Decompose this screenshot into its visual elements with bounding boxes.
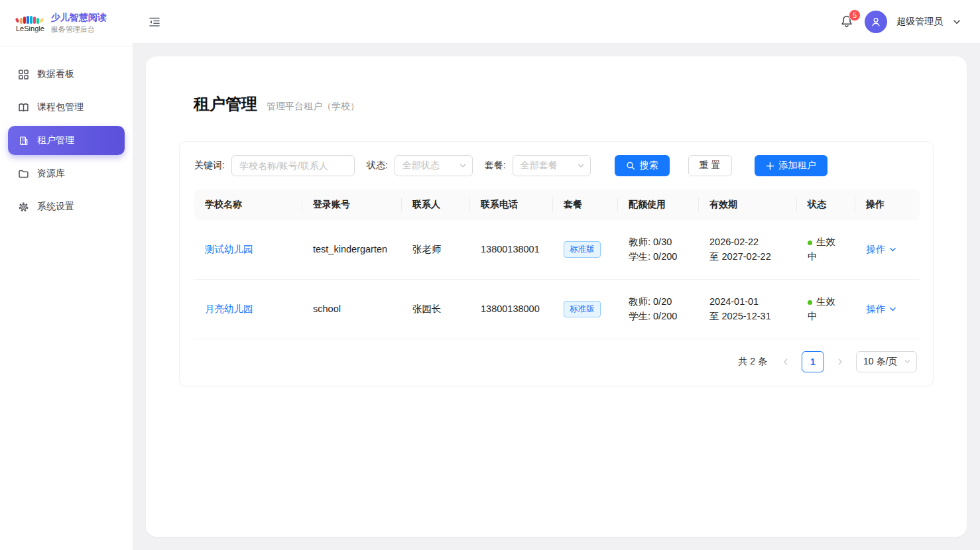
- table-row: 月亮幼儿园 school 张园长 13800138000 标准版 教师: 0/2…: [194, 279, 920, 339]
- quota-cell: 教师: 0/30 学生: 0/200: [618, 220, 699, 279]
- notification-bell-icon[interactable]: 5: [839, 14, 855, 30]
- page-subtitle: 管理平台租户（学校）: [267, 101, 359, 113]
- page-size-value: 10 条/页: [863, 356, 897, 368]
- col-quota: 配额使用: [618, 190, 699, 220]
- logo-bars-icon: [17, 13, 43, 24]
- pagination: 共 2 条 1 10 条/页: [194, 351, 918, 372]
- chevron-down-icon: [888, 305, 897, 313]
- sidebar: LeSingle 少儿智慧阅读 服务管理后台 数据看板: [0, 0, 133, 550]
- status-cell: 生效中: [797, 279, 855, 339]
- row-actions-label: 操作: [866, 303, 885, 315]
- sidebar-nav: 数据看板 课程包管理: [0, 46, 133, 235]
- quota-student: 学生: 0/200: [629, 249, 688, 264]
- topbar: 5 超级管理员: [133, 0, 980, 44]
- status-select-value: 全部状态: [402, 160, 440, 172]
- table-row: 测试幼儿园 test_kindergarten 张老师 13800138001 …: [194, 220, 920, 279]
- quota-student: 学生: 0/200: [629, 309, 688, 323]
- plan-badge: 标准版: [564, 241, 601, 258]
- app-root: LeSingle 少儿智慧阅读 服务管理后台 数据看板: [0, 0, 980, 550]
- sidebar-item-course-packages[interactable]: 课程包管理: [8, 93, 125, 122]
- col-validity: 有效期: [699, 190, 797, 220]
- col-plan: 套餐: [553, 190, 618, 220]
- col-phone: 联系电话: [470, 190, 553, 220]
- pagination-total: 共 2 条: [738, 356, 767, 368]
- dashboard-icon: [17, 68, 29, 80]
- chevron-down-icon: [904, 358, 911, 365]
- chevron-down-icon: [577, 162, 585, 170]
- avatar[interactable]: [865, 11, 887, 33]
- account-cell: school: [302, 279, 402, 339]
- brand-subtitle: 服务管理后台: [51, 25, 107, 34]
- pagination-page-1[interactable]: 1: [802, 351, 824, 372]
- sidebar-item-tenants[interactable]: 租户管理: [8, 126, 125, 155]
- school-name-link[interactable]: 月亮幼儿园: [205, 303, 253, 314]
- add-tenant-button[interactable]: 添加租户: [755, 155, 827, 176]
- status-label: 状态:: [367, 160, 388, 172]
- sidebar-item-label: 资源库: [37, 168, 65, 180]
- status-dot-icon: [808, 300, 812, 305]
- plan-select-value: 全部套餐: [521, 160, 558, 172]
- valid-to: 至 2027-02-22: [709, 249, 786, 264]
- status-dot-icon: [808, 241, 812, 245]
- book-icon: [17, 101, 29, 113]
- filter-row: 关键词: 状态: 全部状态 套餐: 全部套餐: [194, 155, 918, 176]
- reset-button[interactable]: 重 置: [688, 155, 732, 176]
- keyword-input[interactable]: [231, 155, 355, 176]
- col-actions: 操作: [855, 190, 920, 220]
- building-icon: [17, 135, 29, 146]
- tenant-management-card: 租户管理 管理平台租户（学校） 关键词: 状态: 全部状态 套餐:: [146, 56, 967, 537]
- phone-cell: 13800138000: [470, 279, 553, 339]
- brand-title: 少儿智慧阅读: [51, 11, 107, 23]
- sidebar-item-label: 数据看板: [37, 68, 74, 80]
- page-size-select[interactable]: 10 条/页: [856, 351, 917, 372]
- quota-cell: 教师: 0/20 学生: 0/200: [618, 279, 699, 339]
- sidebar-item-resources[interactable]: 资源库: [8, 159, 125, 188]
- status-select[interactable]: 全部状态: [395, 155, 473, 176]
- topbar-right: 5 超级管理员: [839, 11, 961, 33]
- row-actions-dropdown[interactable]: 操作: [866, 243, 897, 256]
- main-area: 5 超级管理员 租户管理: [133, 0, 980, 550]
- col-school-name: 学校名称: [194, 190, 302, 220]
- pagination-prev-icon[interactable]: [776, 351, 795, 372]
- plan-select[interactable]: 全部套餐: [513, 155, 591, 176]
- table-header-row: 学校名称 登录账号 联系人 联系电话 套餐 配额使用 有效期 状态 操作: [194, 190, 920, 220]
- sidebar-item-dashboard[interactable]: 数据看板: [8, 60, 125, 89]
- logo-wordmark: LeSingle: [16, 25, 44, 32]
- page-title: 租户管理: [194, 93, 257, 115]
- status-badge: 生效中: [808, 296, 835, 321]
- account-cell: test_kindergarten: [302, 220, 402, 279]
- sidebar-item-label: 租户管理: [37, 135, 74, 146]
- search-icon: [626, 161, 635, 170]
- sidebar-item-label: 课程包管理: [37, 101, 84, 113]
- brand-text: 少儿智慧阅读 服务管理后台: [51, 11, 107, 34]
- sidebar-item-settings[interactable]: 系统设置: [8, 192, 125, 221]
- reset-button-label: 重 置: [700, 160, 721, 172]
- sidebar-item-label: 系统设置: [37, 201, 74, 213]
- valid-to: 至 2025-12-31: [709, 309, 786, 323]
- pagination-next-icon[interactable]: [831, 351, 849, 372]
- page-head: 租户管理 管理平台租户（学校）: [194, 93, 934, 115]
- phone-cell: 13800138001: [470, 220, 553, 279]
- search-button[interactable]: 搜索: [615, 155, 670, 176]
- contact-cell: 张老师: [402, 220, 470, 279]
- username: 超级管理员: [896, 16, 943, 28]
- gear-icon: [17, 201, 29, 213]
- validity-cell: 2024-01-01 至 2025-12-31: [699, 279, 797, 339]
- plus-icon: [766, 162, 774, 170]
- tenant-panel: 关键词: 状态: 全部状态 套餐: 全部套餐: [179, 141, 934, 386]
- tenant-table: 学校名称 登录账号 联系人 联系电话 套餐 配额使用 有效期 状态 操作: [194, 190, 920, 339]
- quota-teacher: 教师: 0/20: [629, 294, 688, 309]
- chevron-down-icon: [459, 162, 467, 170]
- row-actions-label: 操作: [866, 243, 885, 256]
- col-status: 状态: [797, 190, 855, 220]
- user-menu-chevron-down-icon[interactable]: [952, 17, 961, 27]
- keyword-label: 关键词:: [194, 160, 225, 172]
- chevron-down-icon: [888, 245, 897, 254]
- school-name-link[interactable]: 测试幼儿园: [205, 244, 253, 254]
- sidebar-collapse-icon[interactable]: [149, 15, 162, 28]
- validity-cell: 2026-02-22 至 2027-02-22: [699, 220, 797, 279]
- status-badge: 生效中: [808, 237, 835, 262]
- row-actions-dropdown[interactable]: 操作: [866, 303, 897, 315]
- notification-badge: 5: [849, 9, 861, 21]
- folder-icon: [17, 168, 29, 180]
